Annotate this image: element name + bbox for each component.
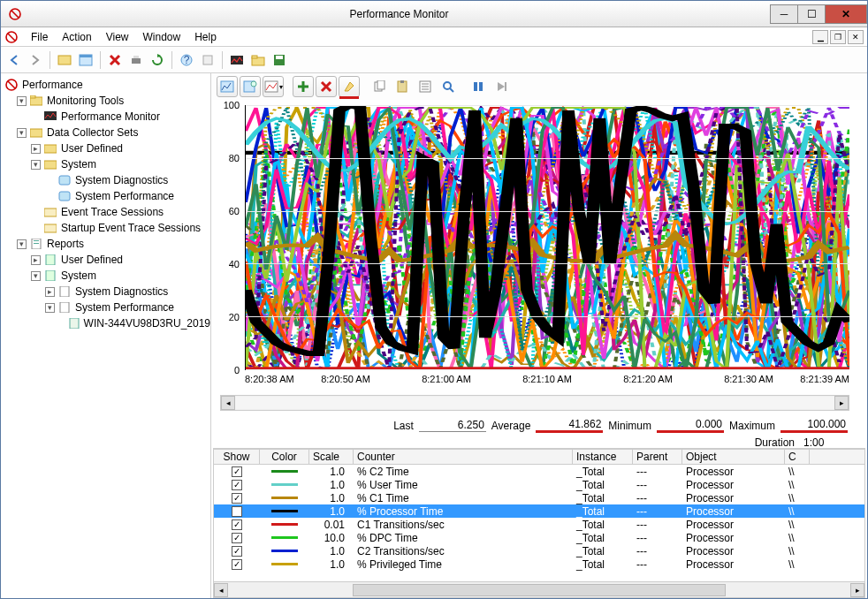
grid-row[interactable]: ✓1.0% Processor Time_Total---Processor\\ [214,504,864,518]
back-button[interactable] [4,50,24,70]
zoom-button[interactable] [438,76,459,97]
collapse-icon[interactable]: ▾ [17,128,27,138]
chart-scrollbar[interactable]: ◂ ▸ [220,395,849,411]
scale-cell: 1.0 [309,466,354,478]
monitor-icon [43,110,57,124]
svg-line-18 [8,81,15,88]
show-checkbox[interactable]: ✓ [232,466,242,477]
properties-window-button[interactable] [76,50,95,70]
collapse-icon[interactable]: ▾ [17,96,27,106]
properties-button[interactable] [415,76,436,97]
print-button[interactable] [126,50,146,70]
collapse-icon[interactable]: ▾ [17,239,27,249]
close-button[interactable] [825,4,867,24]
show-checkbox[interactable]: ✓ [232,506,242,517]
color-swatch [271,563,298,565]
tree-r-sys-diag[interactable]: ▸ System Diagnostics [3,284,210,300]
delete-button[interactable] [105,50,125,70]
grid-row[interactable]: ✓10.0% DPC Time_Total---Processor\\ [214,531,864,544]
grid-row[interactable]: ✓1.0% C2 Time_Total---Processor\\ [214,465,864,478]
navigation-tree[interactable]: Performance ▾ Monitoring Tools Performan… [1,73,211,598]
collapse-icon[interactable]: ▾ [31,160,41,170]
view-log-button[interactable] [240,76,261,97]
tree-r-sys-perf[interactable]: ▾ System Performance [3,300,210,315]
grid-row[interactable]: ✓1.0% C1 Time_Total---Processor\\ [214,491,864,504]
tree-sys-diag[interactable]: System Diagnostics [3,172,210,188]
show-checkbox[interactable]: ✓ [232,559,242,570]
show-checkbox[interactable]: ✓ [232,519,242,530]
menu-action[interactable]: Action [55,29,98,45]
expand-icon[interactable]: ▸ [31,144,41,154]
grid-row[interactable]: ✓1.0% Privileged Time_Total---Processor\… [214,557,864,571]
counter-cell: % Processor Time [354,505,573,518]
collapse-icon[interactable]: ▾ [31,271,41,281]
expand-icon[interactable]: ▸ [45,287,55,297]
chart-plot[interactable] [245,105,849,370]
mdi-close[interactable]: ✕ [848,30,864,44]
mdi-minimize[interactable]: ▁ [812,30,828,44]
grid-row[interactable]: ✓1.0C2 Transitions/sec_Total---Processor… [214,544,864,557]
help-button[interactable]: ? [177,50,196,70]
save-button[interactable] [270,50,289,70]
expand-icon[interactable]: ▸ [31,255,41,265]
grid-body[interactable]: ✓1.0% C2 Time_Total---Processor\\✓1.0% U… [213,465,865,582]
tree-user-defined[interactable]: ▸ User Defined [3,140,210,156]
show-checkbox[interactable]: ✓ [232,480,242,490]
tree-dcs[interactable]: ▾ Data Collector Sets [3,125,210,140]
view-current-button[interactable] [217,76,238,97]
menu-file[interactable]: File [24,29,55,45]
computer-cell: \\ [785,492,810,504]
highlight-button[interactable] [339,76,360,97]
collector-icon [57,189,72,203]
tree-report-instance[interactable]: WIN-344VU98D3RU_2019 [3,315,210,331]
forward-button[interactable] [26,50,45,70]
tree-monitoring-tools[interactable]: ▾ Monitoring Tools [3,93,210,109]
svg-rect-6 [80,55,92,57]
open-folder-button[interactable] [248,50,268,70]
grid-row[interactable]: ✓0.01C1 Transitions/sec_Total---Processo… [214,518,864,531]
grid-scrollbar[interactable]: ◂ ▸ [213,582,865,598]
collapse-icon[interactable]: ▾ [45,303,55,313]
update-button[interactable] [491,76,512,97]
menu-view[interactable]: View [99,29,136,45]
grid-row[interactable]: ✓1.0% User Time_Total---Processor\\ [214,478,864,491]
minimize-button[interactable] [770,4,798,24]
scrollbar-thumb[interactable] [353,584,726,596]
start-dcs-button[interactable] [227,50,247,70]
tree-root[interactable]: Performance [3,77,210,93]
tree-sys-perf[interactable]: System Performance [3,188,210,204]
scroll-left-icon[interactable]: ◂ [221,396,235,410]
paste-button[interactable] [392,76,413,97]
chart-type-button[interactable]: ▾ [263,76,284,97]
show-checkbox[interactable]: ✓ [232,546,242,557]
menu-window[interactable]: Window [136,29,188,45]
remove-counter-button[interactable] [316,76,337,97]
freeze-button[interactable] [468,76,489,97]
window-title: Performance Monitor [27,8,771,20]
folder-icon [43,141,57,155]
parent-cell: --- [633,519,682,531]
object-cell: Processor [682,558,785,571]
tree-ets[interactable]: Event Trace Sessions [3,204,210,220]
maximize-button[interactable] [797,4,826,24]
tree-r-system[interactable]: ▾ System [3,268,210,284]
tree-r-user-defined[interactable]: ▸ User Defined [3,252,210,268]
mdi-restore[interactable]: ❐ [830,30,846,44]
tree-reports[interactable]: ▾ Reports [3,236,210,252]
show-checkbox[interactable]: ✓ [232,533,242,543]
refresh-button[interactable] [148,50,167,70]
options-button[interactable] [198,50,217,70]
menu-help[interactable]: Help [187,29,224,45]
show-hide-tree-button[interactable] [55,50,74,70]
tree-system[interactable]: ▾ System [3,156,210,172]
instance-cell: _Total [573,505,633,518]
tree-sets[interactable]: Startup Event Trace Sessions [3,220,210,236]
add-counter-button[interactable] [293,76,314,97]
scroll-left-icon[interactable]: ◂ [214,583,228,597]
tree-perfmon[interactable]: Performance Monitor [3,109,210,125]
max-label: Maximum [729,420,775,432]
scroll-right-icon[interactable]: ▸ [834,396,849,410]
show-checkbox[interactable]: ✓ [232,493,242,504]
copy-button[interactable] [369,76,390,97]
scroll-right-icon[interactable]: ▸ [850,583,864,597]
